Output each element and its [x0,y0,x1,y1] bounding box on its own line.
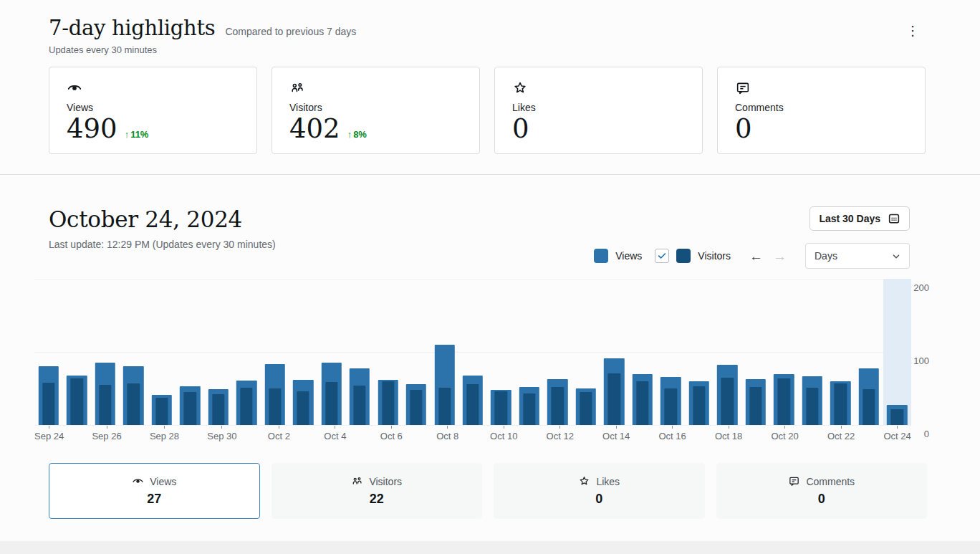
daily-last-update: Last update: 12:29 PM (Updates every 30 … [49,239,276,250]
interval-dropdown[interactable]: Days [805,243,910,269]
bar-group-oct-13[interactable] [572,279,600,425]
visitors-bar [240,388,252,425]
highlight-card-likes: Likes 0 [494,67,703,154]
bar-group-oct-3[interactable] [289,279,317,425]
bar-group-oct-14[interactable] [600,279,628,425]
visitors-checkbox[interactable] [655,249,669,263]
summary-value: 0 [595,492,602,507]
x-axis-cell: Oct 20 [771,425,799,441]
x-axis-label: Oct 20 [771,431,798,441]
legend-item-views[interactable]: Views [594,249,642,263]
next-period-button[interactable]: → [773,249,787,263]
bar-group-oct-21[interactable] [798,279,826,425]
bar-group-sep-27[interactable] [119,279,147,425]
summary-label: Views [150,476,176,487]
chart-xaxis-cells: Sep 24Sep 26Sep 28Sep 30Oct 2Oct 4Oct 6O… [34,425,911,441]
more-options-button[interactable]: ⋮ [900,20,926,42]
visitors-bar [806,388,818,425]
card-value: 402 [289,115,340,144]
summary-value: 0 [818,492,825,507]
bar-group-oct-24[interactable] [883,279,911,425]
x-axis-cell [461,425,489,441]
bar-group-oct-20[interactable] [770,279,798,425]
bar-group-sep-26[interactable] [91,279,119,425]
bar-group-oct-4[interactable] [317,279,345,425]
x-axis-cell [855,425,883,441]
x-axis-label: Oct 8 [436,431,458,441]
bar-group-oct-1[interactable] [232,279,260,425]
bar-group-oct-6[interactable] [374,279,402,425]
highlights-title: 7-day highlights [49,16,215,40]
visitors-bar [721,378,734,425]
chart-ylabels: 0100200 [911,279,980,425]
chart-bars [34,279,911,425]
eye-icon [67,80,239,96]
summary-card-likes[interactable]: Likes 0 [494,463,705,519]
bar-group-oct-15[interactable] [628,279,656,425]
visitors-bar [353,386,365,425]
bar-group-sep-30[interactable] [204,279,232,425]
star-icon [512,80,685,96]
x-axis-cell: Oct 2 [265,425,293,441]
summary-label: Visitors [369,476,402,487]
x-axis-cell [630,425,658,441]
visitors-bar [183,392,196,425]
bar-group-oct-8[interactable] [431,279,458,425]
bar-group-sep-24[interactable] [34,279,62,425]
bar-group-oct-23[interactable] [855,279,883,425]
bar-group-sep-28[interactable] [148,279,176,425]
bar-group-oct-11[interactable] [515,279,543,425]
summary-card-views[interactable]: Views 27 [49,463,260,519]
card-label: Views [67,102,239,113]
summary-card-comments[interactable]: Comments 0 [716,463,928,519]
gridline-0 [34,425,911,426]
comment-icon [788,475,800,487]
summary-card-visitors[interactable]: Visitors 22 [272,463,483,519]
bar-group-oct-7[interactable] [402,279,430,425]
bar-group-oct-10[interactable] [487,279,515,425]
bar-group-oct-12[interactable] [544,279,572,425]
visitors-bar [325,382,337,425]
bar-group-oct-5[interactable] [345,279,373,425]
visitors-bar [693,386,705,425]
y-axis-label: 100 [911,355,929,366]
trend-value: 8% [353,129,367,140]
x-axis-cell: Oct 18 [715,425,743,441]
bar-group-oct-17[interactable] [685,279,713,425]
card-label: Visitors [289,102,462,113]
x-axis-cell [518,425,546,441]
x-axis-label: Sep 26 [92,431,121,441]
x-axis-cell [237,425,265,441]
x-axis-label: Oct 14 [602,431,630,441]
summary-label: Likes [596,476,620,487]
bar-group-oct-16[interactable] [657,279,685,425]
x-axis-cell: Oct 8 [433,425,461,441]
trend-value: 11% [130,129,148,140]
highlights-subtitle: Compared to previous 7 days [225,26,356,37]
bar-group-sep-29[interactable] [176,279,203,425]
visitors-swatch [676,249,691,263]
x-axis-cell: Sep 30 [207,425,236,441]
star-icon [578,475,590,487]
x-axis-cell: Oct 12 [546,425,574,441]
highlight-card-comments: Comments 0 [717,67,926,154]
date-range-button[interactable]: Last 30 Days [810,206,910,231]
x-axis-cell [574,425,602,441]
x-axis-label: Oct 12 [547,431,574,441]
x-axis-label: Oct 6 [380,431,403,441]
bar-group-oct-19[interactable] [741,279,769,425]
bar-group-sep-25[interactable] [62,279,90,425]
bar-group-oct-22[interactable] [827,279,855,425]
bar-group-oct-2[interactable] [261,279,289,425]
visitors-bar [466,384,479,425]
x-axis-label: Sep 30 [207,431,236,441]
daily-title: October 24, 2024 [49,206,276,232]
x-axis-label: Oct 24 [883,431,911,441]
legend-item-visitors[interactable]: Visitors [655,249,731,263]
visitors-bar [863,389,875,425]
bar-group-oct-18[interactable] [714,279,741,425]
visitors-bar [99,385,111,425]
visitors-bar [835,383,847,425]
previous-period-button[interactable]: ← [749,249,763,263]
bar-group-oct-9[interactable] [458,279,486,425]
